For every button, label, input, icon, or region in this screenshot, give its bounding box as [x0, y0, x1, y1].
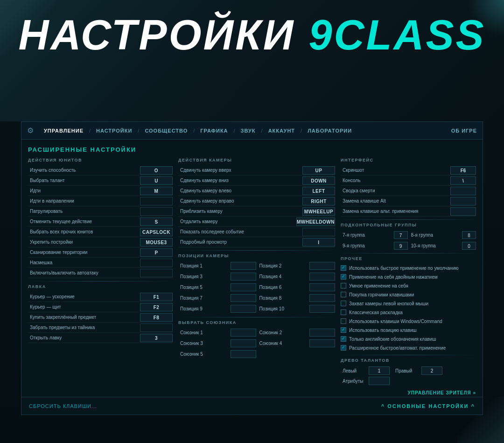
- bind-key[interactable]: P: [140, 248, 173, 257]
- ctrl-key[interactable]: 8: [462, 231, 476, 239]
- checkbox-row[interactable]: Умное применение на себя: [341, 281, 476, 290]
- checkbox-row[interactable]: Использовать позицию клавиш: [341, 326, 476, 334]
- talent-attr-label: Атрибуты: [341, 379, 369, 384]
- nav-item-об-игре[interactable]: ОБ ИГРЕ: [451, 128, 477, 134]
- position-row: Позиция 1: [178, 261, 256, 270]
- nav-item-настройки[interactable]: НАСТРОЙКИ: [91, 128, 138, 134]
- ally-key[interactable]: [231, 339, 256, 347]
- nav-item-управление[interactable]: УПРАВЛЕНИЕ: [38, 128, 89, 134]
- bind-key[interactable]: CAPSLOCK: [140, 228, 173, 236]
- bind-key[interactable]: M: [140, 187, 173, 195]
- bind-key[interactable]: MWHEELUP: [302, 207, 335, 216]
- page-title: РАСШИРЕННЫЕ НАСТРОЙКИ: [28, 146, 476, 153]
- bind-key[interactable]: [140, 269, 173, 277]
- bind-key[interactable]: F1: [140, 293, 173, 301]
- pos-key[interactable]: [309, 262, 335, 270]
- pos-key[interactable]: [309, 283, 335, 291]
- bind-key[interactable]: DOWN: [302, 176, 335, 185]
- pos-key[interactable]: [231, 262, 256, 270]
- iface-key[interactable]: \: [450, 176, 476, 185]
- ctrl-key[interactable]: 0: [462, 242, 476, 250]
- bind-key[interactable]: S: [140, 218, 173, 226]
- bind-key[interactable]: O: [140, 166, 173, 175]
- nav-item-аккаунт[interactable]: АККАУНТ: [263, 128, 301, 134]
- bind-key[interactable]: U: [140, 176, 173, 185]
- nav-item-лаборатории[interactable]: ЛАБОРАТОРИИ: [302, 128, 357, 134]
- checkbox[interactable]: [341, 336, 346, 342]
- unit-action-row: Выбрать талант U: [28, 176, 173, 186]
- pos-key[interactable]: [231, 305, 256, 313]
- shop-action-row: Курьер — щит F2: [28, 302, 173, 312]
- checkbox[interactable]: [341, 318, 346, 324]
- iface-key[interactable]: [450, 207, 476, 216]
- ally-key[interactable]: [231, 350, 256, 358]
- ally-key[interactable]: [309, 339, 335, 347]
- bind-key[interactable]: F2: [140, 303, 173, 311]
- position-row: Позиция 4: [258, 272, 336, 281]
- checkbox-row[interactable]: Использовать клавиши Windows/Command: [341, 317, 476, 325]
- checkbox-row[interactable]: Покупка горячими клавишами: [341, 290, 476, 299]
- nav-item-звук[interactable]: ЗВУК: [235, 128, 261, 134]
- iface-key[interactable]: [450, 197, 476, 205]
- pos-key[interactable]: [231, 283, 256, 291]
- pos-key[interactable]: [309, 273, 335, 281]
- ctrl-label: 9-я группа: [341, 243, 394, 248]
- bind-key[interactable]: UP: [302, 166, 335, 175]
- pos-key[interactable]: [231, 294, 256, 302]
- checkbox[interactable]: [341, 345, 346, 351]
- bind-key[interactable]: MWHEELDOWN: [296, 218, 335, 226]
- spectator-link[interactable]: УПРАВЛЕНИЕ ЗРИТЕЛЯ »: [408, 390, 476, 395]
- pos-key[interactable]: [309, 305, 335, 313]
- ctrl-group-row: 8-я группа 8: [409, 230, 476, 239]
- checkbox[interactable]: [341, 283, 346, 288]
- checkbox-row[interactable]: Классическая раскладка: [341, 308, 476, 316]
- bind-key[interactable]: F8: [140, 313, 173, 322]
- checkbox-row[interactable]: Только английские обозначения клавиш: [341, 335, 476, 343]
- bind-key[interactable]: [140, 323, 173, 332]
- bind-key[interactable]: MOUSE3: [140, 238, 173, 246]
- checkbox[interactable]: [341, 292, 346, 297]
- ally-row: Союзник 4: [258, 338, 336, 348]
- ctrl-key[interactable]: 7: [394, 231, 408, 239]
- bind-key[interactable]: I: [302, 238, 335, 246]
- talent-attr-key[interactable]: [369, 377, 390, 385]
- ally-key[interactable]: [309, 329, 335, 337]
- misc-header: ПРОЧЕЕ: [341, 256, 476, 261]
- gear-icon[interactable]: ⚙: [27, 126, 34, 135]
- iface-key[interactable]: [450, 187, 476, 195]
- pos-key[interactable]: [309, 294, 335, 302]
- iface-key[interactable]: F6: [450, 166, 476, 175]
- bind-key[interactable]: [302, 228, 335, 236]
- nav-item-графика[interactable]: ГРАФИКА: [195, 128, 233, 134]
- checkbox-row[interactable]: Применение на себя двойным нажатием: [341, 273, 476, 281]
- checkbox[interactable]: [341, 301, 346, 306]
- talent-tree-area: Левый 1 Правый 2 Атрибуты: [341, 366, 476, 386]
- bind-label: Приблизить камеру: [178, 209, 302, 214]
- bind-key[interactable]: [140, 259, 173, 267]
- basic-settings-button[interactable]: ^ ОСНОВНЫЕ НАСТРОЙКИ ^: [381, 403, 475, 409]
- bind-label: Сканирование территории: [28, 250, 140, 255]
- talent-right-key[interactable]: 2: [421, 366, 442, 375]
- bind-key[interactable]: [140, 207, 173, 216]
- bind-key[interactable]: [140, 197, 173, 205]
- cam-positions-header: ПОЗИЦИИ КАМЕРЫ: [178, 253, 335, 258]
- ally-key[interactable]: [231, 329, 256, 337]
- bind-key[interactable]: 3: [140, 334, 173, 342]
- talent-left-key[interactable]: 1: [369, 366, 390, 375]
- bind-label: Изучить способность: [28, 168, 140, 173]
- bind-key[interactable]: LEFT: [302, 187, 335, 195]
- checkbox[interactable]: [341, 265, 346, 271]
- nav-item-сообщество[interactable]: СООБЩЕСТВО: [139, 128, 193, 134]
- checkbox[interactable]: [341, 327, 346, 333]
- checkbox-row[interactable]: Использовать быстрое применение по умолч…: [341, 264, 476, 272]
- pos-key[interactable]: [231, 273, 256, 281]
- checkbox[interactable]: [341, 274, 346, 280]
- reset-button[interactable]: СБРОСИТЬ КЛАВИШИ...: [29, 403, 97, 409]
- ctrl-key[interactable]: 9: [394, 242, 408, 250]
- checkbox[interactable]: [341, 309, 346, 315]
- ctrl-group-row: 10-я группа 0: [409, 241, 476, 250]
- checkbox-row[interactable]: Захват камеры левой кнопкой мыши: [341, 299, 476, 308]
- checkbox-row[interactable]: Расширенное быстрое/автомат. применение: [341, 344, 476, 352]
- ally-label: Союзник 5: [178, 352, 231, 357]
- bind-key[interactable]: RIGHT: [302, 197, 335, 205]
